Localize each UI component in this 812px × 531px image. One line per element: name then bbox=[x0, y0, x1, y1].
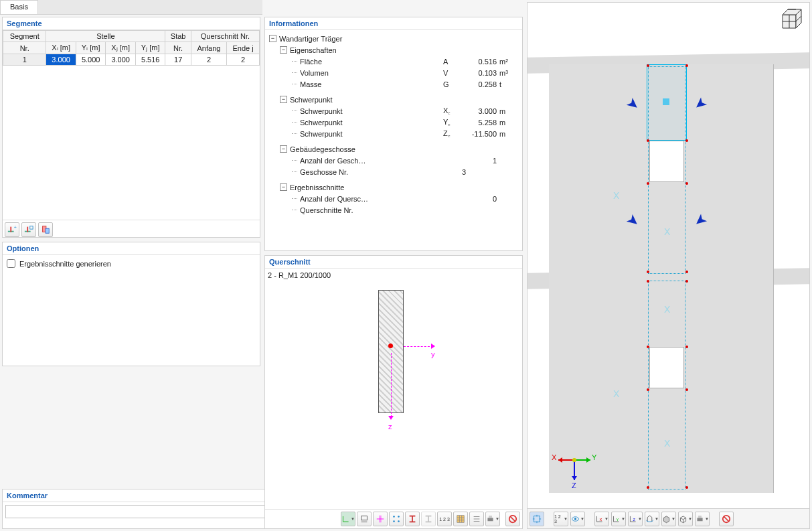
svg-marker-24 bbox=[572, 476, 577, 480]
z-axis-label: z bbox=[388, 423, 392, 431]
ergschn-label: Ergebnisschnitte generieren bbox=[19, 260, 111, 268]
axis-x-label: X bbox=[552, 453, 556, 461]
info-title: Informationen bbox=[265, 17, 522, 30]
svg-rect-5 bbox=[30, 226, 33, 229]
segmente-title: Segmente bbox=[3, 17, 260, 30]
cell-xi[interactable]: 3.000 bbox=[46, 54, 76, 66]
optionen-panel: Optionen Ergebnisschnitte generieren bbox=[2, 242, 260, 366]
tree-root: Wandartiger Träger bbox=[279, 35, 519, 43]
info-panel: Informationen −Wandartiger Träger −Eigen… bbox=[264, 17, 523, 251]
tab-basis[interactable]: Basis bbox=[0, 0, 38, 14]
z-axis bbox=[391, 353, 392, 417]
3d-viewport[interactable]: XX XX X ➤ ➤ ➤ ➤ X Y Z bbox=[527, 2, 810, 529]
querschnitt-desc: 2 - R_M1 200/1000 bbox=[268, 271, 519, 279]
tree-toggle-icon[interactable]: − bbox=[280, 145, 287, 153]
vp-close-icon[interactable] bbox=[719, 512, 734, 526]
svg-rect-33 bbox=[698, 516, 702, 518]
svg-point-12 bbox=[393, 516, 395, 518]
svg-point-14 bbox=[393, 520, 395, 522]
qs-tool-ibeam2-icon[interactable] bbox=[421, 512, 436, 526]
tree-toggle-icon[interactable]: − bbox=[280, 183, 287, 191]
seg-add-icon[interactable]: + bbox=[5, 222, 19, 237]
qs-tool-list-icon[interactable] bbox=[469, 512, 484, 526]
vp-wireframe-icon[interactable]: ▼ bbox=[678, 512, 693, 526]
qs-tool-print-icon[interactable]: ▼ bbox=[485, 512, 500, 526]
axis-z-label: Z bbox=[572, 481, 576, 489]
opening bbox=[649, 141, 684, 182]
table-row[interactable]: 1 3.000 5.000 3.000 5.516 17 2 2 bbox=[3, 54, 260, 66]
col-stelle: Stelle bbox=[46, 31, 165, 42]
svg-rect-10 bbox=[361, 516, 368, 520]
optionen-title: Optionen bbox=[3, 242, 260, 255]
vp-rotate-icon[interactable]: ▼ bbox=[645, 512, 659, 526]
svg-text:X: X bbox=[600, 518, 602, 522]
svg-rect-17 bbox=[489, 516, 492, 518]
ergschn-checkbox[interactable] bbox=[7, 259, 15, 268]
axis-y-label: Y bbox=[592, 453, 596, 461]
segmente-table[interactable]: Segment Stelle Stab Querschnitt Nr. Nr. … bbox=[3, 30, 260, 66]
tree-toggle-icon[interactable]: − bbox=[280, 46, 287, 54]
svg-rect-7 bbox=[46, 228, 49, 233]
svg-rect-26 bbox=[534, 516, 540, 522]
svg-text:Z: Z bbox=[633, 518, 636, 522]
axis-widget: X Y Z bbox=[554, 447, 594, 488]
selection-handle[interactable] bbox=[663, 98, 669, 105]
segmente-panel: Segmente Segment Stelle Stab Querschnitt… bbox=[2, 17, 260, 238]
svg-rect-16 bbox=[487, 518, 493, 521]
vp-numbers-icon[interactable]: 1 2 3▼ bbox=[554, 512, 568, 526]
svg-rect-4 bbox=[27, 227, 28, 232]
vp-axis-x-icon[interactable]: X▼ bbox=[594, 512, 609, 526]
qs-tool-grid-icon[interactable] bbox=[453, 512, 468, 526]
svg-marker-20 bbox=[558, 457, 562, 463]
vp-show-icon[interactable]: ▼ bbox=[570, 512, 585, 526]
nav-cube[interactable] bbox=[777, 7, 804, 33]
svg-point-13 bbox=[398, 516, 400, 518]
vp-select-icon[interactable] bbox=[530, 512, 544, 526]
svg-rect-1 bbox=[10, 227, 11, 232]
svg-point-15 bbox=[398, 520, 400, 522]
svg-point-25 bbox=[572, 458, 576, 462]
origin-icon bbox=[388, 344, 393, 348]
vp-print-icon[interactable]: ▼ bbox=[695, 512, 710, 526]
querschnitt-canvas[interactable]: y z bbox=[268, 279, 519, 460]
vp-axis-z-icon[interactable]: Z▼ bbox=[628, 512, 643, 526]
y-axis-label: y bbox=[431, 350, 435, 358]
col-qsnr: Querschnitt Nr. bbox=[191, 31, 259, 42]
seg-delete-icon[interactable] bbox=[38, 222, 53, 237]
qs-tool-stress-icon[interactable] bbox=[373, 512, 388, 526]
y-axis bbox=[404, 346, 433, 347]
querschnitt-panel: Querschnitt 2 - R_M1 200/1000 y z ▼ bbox=[264, 255, 523, 529]
opening bbox=[649, 347, 684, 388]
qs-tool-dim-icon[interactable] bbox=[357, 512, 372, 526]
querschnitt-title: Querschnitt bbox=[265, 256, 522, 269]
qs-tool-ibeam-icon[interactable] bbox=[405, 512, 420, 526]
svg-marker-22 bbox=[586, 457, 590, 463]
vp-render-icon[interactable]: ▼ bbox=[661, 512, 676, 526]
seg-edit-icon[interactable] bbox=[21, 222, 36, 237]
tree-toggle-icon[interactable]: − bbox=[280, 96, 287, 103]
svg-rect-32 bbox=[697, 518, 702, 521]
qs-tool-values-icon[interactable]: 1 2 3 bbox=[437, 512, 452, 526]
tree-toggle-icon[interactable]: − bbox=[269, 35, 276, 42]
col-stab: Stab bbox=[165, 31, 191, 42]
qs-tool-axes-icon[interactable]: ▼ bbox=[341, 512, 355, 526]
svg-point-28 bbox=[574, 518, 576, 520]
svg-text:+: + bbox=[14, 225, 17, 230]
qs-tool-close-icon[interactable] bbox=[505, 512, 520, 526]
vp-axis-y-icon[interactable]: Y▼ bbox=[611, 512, 626, 526]
qs-tool-points-icon[interactable] bbox=[389, 512, 404, 526]
svg-text:Y: Y bbox=[617, 518, 619, 522]
col-segment: Segment bbox=[3, 31, 46, 42]
